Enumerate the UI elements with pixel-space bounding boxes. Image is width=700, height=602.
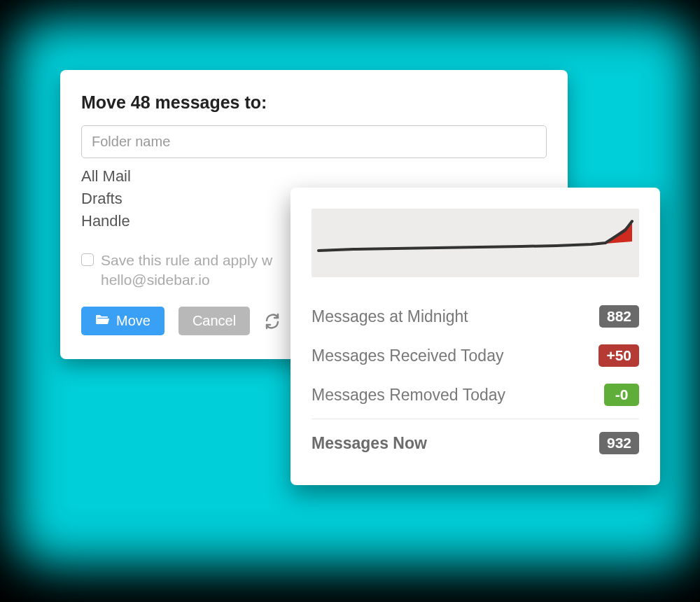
stat-value-badge: -0 — [604, 384, 639, 406]
stat-row-now: Messages Now 932 — [312, 419, 639, 463]
move-button[interactable]: Move — [81, 307, 164, 335]
save-rule-email: hello@sidebar.io — [101, 272, 210, 288]
folder-open-icon — [95, 313, 109, 329]
stat-value-badge: 882 — [599, 305, 639, 328]
move-title: Move 48 messages to: — [81, 92, 547, 113]
message-trend-chart — [312, 209, 639, 277]
stat-row-received: Messages Received Today +50 — [312, 336, 639, 375]
stat-label: Messages Removed Today — [312, 386, 505, 405]
messages-stats-card: Messages at Midnight 882 Messages Receiv… — [290, 188, 660, 485]
refresh-icon[interactable] — [264, 313, 281, 330]
stat-row-midnight: Messages at Midnight 882 — [312, 297, 639, 336]
stat-label: Messages Received Today — [312, 346, 503, 365]
stat-row-removed: Messages Removed Today -0 — [312, 375, 639, 414]
folder-name-input[interactable] — [81, 125, 547, 158]
stat-value-badge: +50 — [598, 344, 639, 367]
cancel-button-label: Cancel — [192, 313, 236, 329]
move-button-label: Move — [116, 313, 150, 329]
save-rule-checkbox[interactable] — [81, 253, 94, 266]
cancel-button[interactable]: Cancel — [178, 307, 250, 335]
stat-label: Messages Now — [312, 434, 427, 453]
save-rule-label: Save this rule and apply w — [101, 252, 272, 268]
stat-value-badge: 932 — [599, 432, 639, 454]
stat-label: Messages at Midnight — [312, 307, 468, 326]
folder-option[interactable]: All Mail — [81, 165, 547, 188]
